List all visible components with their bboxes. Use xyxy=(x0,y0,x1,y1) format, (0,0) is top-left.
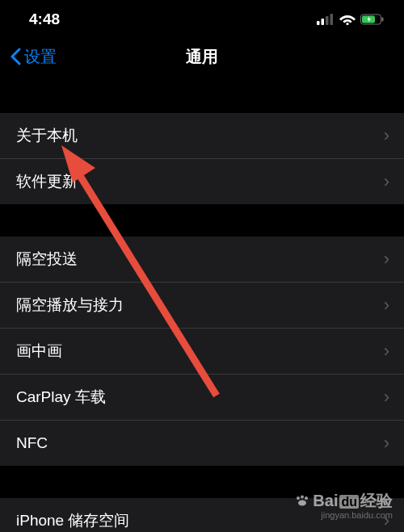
row-software-update[interactable]: 软件更新 › xyxy=(0,159,404,204)
section-features: 隔空投送 › 隔空播放与接力 › 画中画 › CarPlay 车载 › NFC … xyxy=(0,237,404,466)
chevron-right-icon: › xyxy=(384,387,389,408)
row-label: CarPlay 车载 xyxy=(16,387,106,408)
watermark: Baidu经验 jingyan.baidu.com xyxy=(295,491,393,521)
chevron-right-icon: › xyxy=(384,171,389,192)
paw-icon xyxy=(295,495,309,506)
svg-point-4 xyxy=(346,23,348,25)
page-title: 通用 xyxy=(186,46,218,68)
back-label: 设置 xyxy=(24,46,57,68)
row-label: 软件更新 xyxy=(16,171,78,192)
row-about[interactable]: 关于本机 › xyxy=(0,113,404,159)
chevron-right-icon: › xyxy=(384,249,389,270)
chevron-left-icon xyxy=(10,48,21,65)
svg-rect-6 xyxy=(382,18,384,22)
status-time: 4:48 xyxy=(29,10,60,28)
svg-rect-3 xyxy=(330,14,334,25)
row-label: iPhone 储存空间 xyxy=(16,510,129,531)
row-airplay-handoff[interactable]: 隔空播放与接力 › xyxy=(0,283,404,329)
row-label: NFC xyxy=(16,434,48,452)
row-nfc[interactable]: NFC › xyxy=(0,421,404,466)
svg-rect-0 xyxy=(317,21,320,25)
row-pip[interactable]: 画中画 › xyxy=(0,329,404,375)
svg-rect-1 xyxy=(322,19,325,25)
watermark-brand: Baidu经验 xyxy=(313,491,393,510)
row-label: 画中画 xyxy=(16,341,62,362)
chevron-right-icon: › xyxy=(384,295,389,316)
nav-bar: 设置 通用 xyxy=(0,36,404,77)
svg-point-12 xyxy=(305,496,308,500)
row-label: 关于本机 xyxy=(16,125,78,146)
signal-icon xyxy=(317,14,335,25)
status-bar: 4:48 xyxy=(0,0,404,36)
svg-point-11 xyxy=(301,495,304,498)
chevron-right-icon: › xyxy=(384,125,389,146)
svg-rect-2 xyxy=(326,16,329,25)
svg-point-13 xyxy=(298,500,306,505)
row-airdrop[interactable]: 隔空投送 › xyxy=(0,237,404,283)
svg-point-10 xyxy=(297,496,300,500)
chevron-right-icon: › xyxy=(384,341,389,362)
battery-icon xyxy=(360,14,385,25)
back-button[interactable]: 设置 xyxy=(10,46,57,68)
wifi-icon xyxy=(339,14,356,25)
watermark-url: jingyan.baidu.com xyxy=(295,510,393,521)
row-label: 隔空投送 xyxy=(16,249,78,270)
row-carplay[interactable]: CarPlay 车载 › xyxy=(0,375,404,421)
section-general: 关于本机 › 软件更新 › xyxy=(0,113,404,204)
status-icons xyxy=(317,14,385,25)
chevron-right-icon: › xyxy=(384,433,389,454)
row-label: 隔空播放与接力 xyxy=(16,295,124,316)
